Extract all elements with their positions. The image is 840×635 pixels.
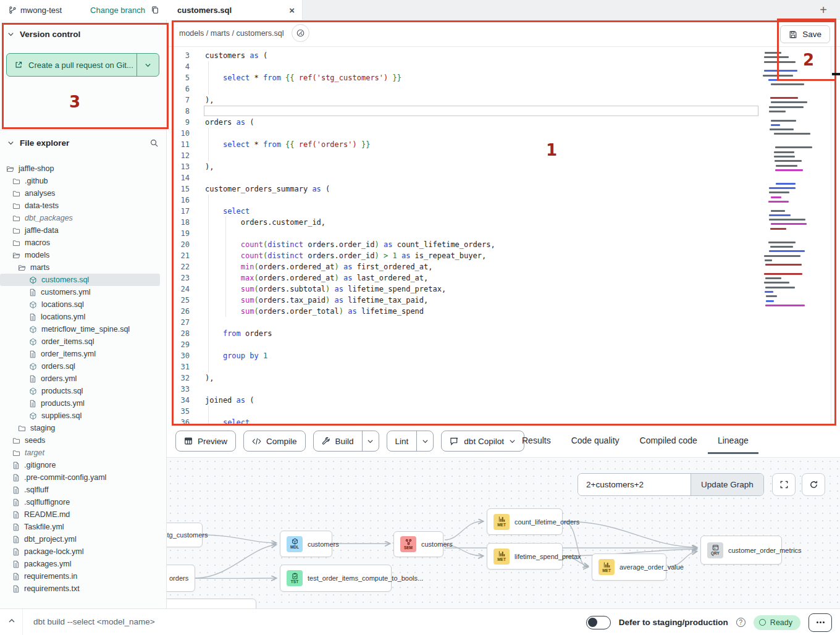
- code-line[interactable]: 12: [167, 150, 840, 161]
- code-line[interactable]: 17 select: [167, 206, 840, 217]
- code-line[interactable]: 20 count(distinct orders.order_id) as co…: [167, 239, 840, 250]
- tab-results[interactable]: Results: [522, 425, 551, 456]
- code-line[interactable]: 11 select * from {{ ref('orders') }}: [167, 139, 840, 150]
- code-line[interactable]: 6: [167, 83, 840, 95]
- code-line[interactable]: 33: [167, 384, 840, 395]
- tab-customers-sql[interactable]: customers.sql ×: [167, 0, 303, 20]
- tab-lineage[interactable]: Lineage: [718, 425, 749, 456]
- tree-item-readme-md[interactable]: README.md: [0, 508, 166, 521]
- lineage-selector-input[interactable]: [578, 474, 691, 495]
- tree-item--gitignore[interactable]: .gitignore: [0, 459, 166, 471]
- tree-item-products-yml[interactable]: products.yml: [0, 397, 166, 410]
- code-line[interactable]: 18 orders.customer_id,: [167, 217, 840, 228]
- lineage-node-stg_customers[interactable]: stg_customers: [167, 523, 203, 547]
- code-line[interactable]: 22 min(orders.ordered_at) as first_order…: [167, 261, 840, 272]
- code-line[interactable]: 35: [167, 406, 840, 417]
- code-line[interactable]: 26 sum(orders.order_total) as lifetime_s…: [167, 306, 840, 317]
- version-control-header[interactable]: Version control: [0, 30, 166, 39]
- code-line[interactable]: 19: [167, 228, 840, 239]
- build-button[interactable]: Build: [314, 431, 362, 451]
- tree-item--sqlfluffignore[interactable]: .sqlfluffignore: [0, 496, 166, 508]
- lint-button[interactable]: Lint: [387, 431, 417, 451]
- lineage-node-lifetime_spend_pretax[interactable]: METlifetime_spend_pretax: [487, 543, 563, 570]
- lineage-node-test_order_items[interactable]: TSTtest_order_items_compute_to_bools...: [280, 565, 392, 592]
- code-line[interactable]: 4: [167, 61, 840, 72]
- code-line[interactable]: 15customer_orders_summary as (: [167, 183, 840, 195]
- dbt-copilot-button[interactable]: dbt Copilot: [441, 431, 524, 452]
- refresh-button[interactable]: [802, 473, 825, 496]
- code-line[interactable]: 29: [167, 339, 840, 350]
- tree-item-requirements-txt[interactable]: requirements.txt: [0, 582, 166, 595]
- tree-item-orders-yml[interactable]: orders.yml: [0, 372, 166, 385]
- tree-item-taskfile-yml[interactable]: Taskfile.yml: [0, 521, 166, 533]
- code-line[interactable]: 3customers as (: [167, 50, 840, 61]
- minimap[interactable]: [762, 52, 814, 311]
- save-button[interactable]: Save: [780, 25, 830, 43]
- tree-item-dbt-packages[interactable]: dbt_packages: [0, 212, 166, 224]
- lineage-node-partial_bottom[interactable]: [167, 599, 256, 608]
- update-graph-button[interactable]: Update Graph: [691, 474, 763, 495]
- help-icon[interactable]: ?: [736, 618, 746, 627]
- tab-code-quality[interactable]: Code quality: [571, 425, 620, 456]
- tree-item-customers-yml[interactable]: customers.yml: [0, 286, 166, 298]
- tree-item-jaffle-shop[interactable]: jaffle-shop: [0, 162, 166, 175]
- tree-item-customers-sql[interactable]: customers.sql: [0, 274, 160, 286]
- build-dropdown-caret[interactable]: [362, 431, 379, 451]
- tree-item-dbt-project-yml[interactable]: dbt_project.yml: [0, 533, 166, 545]
- preview-button[interactable]: Preview: [175, 431, 236, 452]
- close-icon[interactable]: ×: [289, 6, 295, 15]
- code-line[interactable]: 28 from orders: [167, 328, 840, 339]
- defer-toggle[interactable]: [586, 616, 611, 629]
- pr-dropdown-caret[interactable]: [136, 54, 159, 76]
- code-line[interactable]: 7),: [167, 95, 840, 106]
- code-line[interactable]: 32),: [167, 372, 840, 384]
- copy-icon[interactable]: [151, 6, 159, 14]
- tree-item-order-items-sql[interactable]: order_items.sql: [0, 335, 166, 348]
- code-line[interactable]: 5 select * from {{ ref('stg_customers') …: [167, 72, 840, 83]
- tree-item-staging[interactable]: staging: [0, 422, 166, 434]
- lineage-node-customers_mdl[interactable]: MDLcustomers: [280, 531, 332, 557]
- tree-item-package-lock-yml[interactable]: package-lock.yml: [0, 545, 166, 558]
- tree-item-locations-sql[interactable]: locations.sql: [0, 298, 166, 311]
- more-options-button[interactable]: [808, 613, 832, 632]
- tree-item-jaffle-data[interactable]: jaffle-data: [0, 224, 166, 237]
- file-explorer-header[interactable]: File explorer: [0, 138, 166, 148]
- tree-item-models[interactable]: models: [0, 249, 166, 261]
- new-tab-button[interactable]: +: [815, 2, 831, 18]
- tree-item--github[interactable]: .github: [0, 175, 166, 187]
- tree-item-macros[interactable]: macros: [0, 237, 166, 249]
- tree-item-requirements-in[interactable]: requirements.in: [0, 570, 166, 582]
- fullscreen-button[interactable]: [772, 473, 796, 496]
- code-line[interactable]: 10: [167, 128, 840, 139]
- change-branch-link[interactable]: Change branch: [90, 6, 145, 15]
- code-line[interactable]: 21 count(distinct orders.order_id) > 1 a…: [167, 250, 840, 261]
- code-line[interactable]: 34joined as (: [167, 395, 840, 406]
- tree-item--sqlfluff[interactable]: .sqlfluff: [0, 484, 166, 496]
- code-area[interactable]: 2with3customers as (45 select * from {{ …: [167, 47, 840, 425]
- code-line[interactable]: 24 sum(orders.subtotal) as lifetime_spen…: [167, 284, 840, 295]
- tree-item-target[interactable]: target: [0, 447, 166, 459]
- tree-item-supplies-sql[interactable]: supplies.sql: [0, 410, 166, 422]
- search-icon[interactable]: [149, 138, 159, 148]
- code-line[interactable]: 27: [167, 317, 840, 328]
- lineage-node-count_lifetime_orders[interactable]: METcount_lifetime_orders: [487, 508, 563, 535]
- tree-item-analyses[interactable]: analyses: [0, 187, 166, 200]
- code-line[interactable]: 16: [167, 195, 840, 206]
- tree-item-products-sql[interactable]: products.sql: [0, 385, 166, 397]
- tree-item-data-tests[interactable]: data-tests: [0, 200, 166, 212]
- tree-item--pre-commit-config-yaml[interactable]: .pre-commit-config.yaml: [0, 471, 166, 484]
- code-line[interactable]: 8: [167, 106, 840, 117]
- code-line[interactable]: 36 select: [167, 417, 840, 425]
- tree-item-locations-yml[interactable]: locations.yml: [0, 311, 166, 323]
- compile-button[interactable]: Compile: [243, 431, 306, 452]
- tree-item-marts[interactable]: marts: [0, 261, 166, 274]
- tree-item-order-items-yml[interactable]: order_items.yml: [0, 348, 166, 360]
- cli-command[interactable]: dbt build --select <model_name>: [33, 617, 155, 626]
- lineage-node-customer_order_metrics[interactable]: QRYcustomer_order_metrics: [700, 536, 782, 565]
- code-line[interactable]: 9orders as (: [167, 117, 840, 128]
- code-line[interactable]: 13),: [167, 161, 840, 172]
- tree-item-seeds[interactable]: seeds: [0, 434, 166, 447]
- code-line[interactable]: 30 group by 1: [167, 350, 840, 361]
- lineage-node-customers_sem[interactable]: SEMcustomers: [393, 531, 443, 557]
- lineage-node-average_order_value[interactable]: METaverage_order_value: [592, 553, 666, 581]
